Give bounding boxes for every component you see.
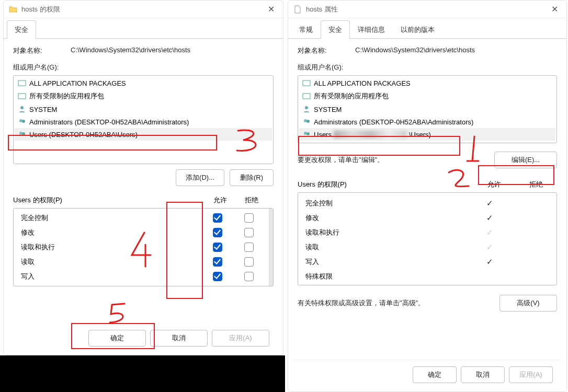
list-item[interactable]: SYSTEM bbox=[15, 103, 272, 116]
list-item-label: ALL APPLICATION PACKAGES bbox=[29, 79, 126, 87]
object-name-value: C:\Windows\System32\drivers\etc\hosts bbox=[355, 46, 475, 55]
deny-checkbox[interactable] bbox=[244, 228, 254, 237]
list-item[interactable]: ALL APPLICATION PACKAGES bbox=[299, 77, 555, 89]
list-item-label: Users (DESKTOP-0H52ABA\Users) bbox=[29, 131, 138, 139]
perm-name: 修改 bbox=[302, 213, 469, 223]
close-icon[interactable]: ✕ bbox=[548, 4, 561, 14]
perm-row: 完全控制✓ bbox=[302, 196, 552, 211]
list-item[interactable]: Administrators (DESKTOP-0H52ABA\Administ… bbox=[299, 116, 555, 128]
list-item-label: Usersxxxx\Users) bbox=[314, 131, 431, 139]
list-item[interactable]: Administrators (DESKTOP-0H52ABA\Administ… bbox=[15, 116, 272, 128]
black-strip bbox=[0, 355, 285, 392]
allow-checkbox[interactable] bbox=[213, 272, 222, 281]
group-users-label: 组或用户名(G): bbox=[298, 63, 557, 72]
principals-listbox[interactable]: ALL APPLICATION PACKAGES 所有受限制的应用程序包 SYS… bbox=[13, 75, 274, 164]
package-icon bbox=[18, 92, 26, 100]
group-icon bbox=[18, 118, 26, 126]
apply-button[interactable]: 应用(A) bbox=[212, 330, 269, 347]
perm-title: Users 的权限(P) bbox=[298, 180, 473, 189]
list-item-users[interactable]: Usersxxxx\Users) bbox=[299, 128, 555, 141]
user-icon bbox=[302, 105, 311, 113]
tab-security[interactable]: 安全 bbox=[7, 20, 36, 39]
allow-mark: ✓ bbox=[486, 199, 493, 207]
tab-general[interactable]: 常规 bbox=[291, 20, 321, 39]
svg-point-4 bbox=[22, 120, 25, 123]
svg-point-9 bbox=[305, 106, 308, 109]
permissions-list: 完全控制✓修改✓读取和执行✓读取✓写入✓特殊权限 bbox=[298, 192, 557, 285]
package-icon bbox=[302, 92, 311, 100]
svg-point-5 bbox=[19, 132, 22, 135]
list-item-users[interactable]: Users (DESKTOP-0H52ABA\Users) bbox=[15, 128, 272, 141]
list-item-label: 所有受限制的应用程序包 bbox=[29, 91, 104, 101]
allow-checkbox[interactable] bbox=[213, 228, 222, 237]
ok-button[interactable]: 确定 bbox=[88, 330, 146, 347]
group-users-label: 组或用户名(G): bbox=[13, 63, 274, 72]
tab-previous[interactable]: 以前的版本 bbox=[393, 20, 442, 39]
list-item-label: SYSTEM bbox=[314, 106, 342, 113]
remove-button[interactable]: 删除(R) bbox=[230, 169, 274, 186]
list-item-label: SYSTEM bbox=[29, 106, 57, 113]
svg-point-11 bbox=[306, 120, 310, 123]
perm-row: 写入 bbox=[18, 269, 265, 284]
deny-checkbox[interactable] bbox=[244, 243, 254, 252]
object-name-value: C:\Windows\System32\drivers\etc\hosts bbox=[71, 46, 190, 55]
group-icon bbox=[18, 130, 26, 139]
list-item[interactable]: 所有受限制的应用程序包 bbox=[299, 89, 555, 103]
perm-row: 完全控制 bbox=[18, 211, 265, 225]
deny-checkbox[interactable] bbox=[244, 272, 254, 281]
add-button[interactable]: 添加(D)... bbox=[176, 169, 224, 186]
list-item-label: 所有受限制的应用程序包 bbox=[314, 91, 389, 101]
group-icon bbox=[302, 130, 311, 139]
col-deny: 拒绝 bbox=[515, 180, 557, 189]
svg-rect-0 bbox=[18, 80, 26, 86]
perm-name: 特殊权限 bbox=[302, 272, 469, 281]
cancel-button[interactable]: 取消 bbox=[150, 330, 208, 347]
allow-mark: ✓ bbox=[486, 243, 493, 251]
perm-title: Users 的权限(P) bbox=[13, 195, 205, 205]
user-icon bbox=[18, 105, 26, 113]
permissions-dialog: hosts 的权限 ✕ 安全 对象名称: C:\Windows\System32… bbox=[3, 0, 283, 355]
perm-name: 写入 bbox=[18, 272, 202, 281]
allow-checkbox[interactable] bbox=[213, 243, 222, 252]
window-title: hosts 的权限 bbox=[21, 5, 265, 14]
perm-row: 修改✓ bbox=[302, 211, 552, 225]
deny-checkbox[interactable] bbox=[244, 257, 254, 267]
perm-row: 修改 bbox=[18, 225, 265, 240]
scrollbar[interactable] bbox=[269, 209, 273, 286]
tab-details[interactable]: 详细信息 bbox=[350, 20, 393, 39]
apply-button[interactable]: 应用(A) bbox=[509, 366, 553, 383]
window-title: hosts 属性 bbox=[306, 5, 548, 14]
tabs: 常规 安全 详细信息 以前的版本 bbox=[288, 20, 566, 39]
list-item[interactable]: SYSTEM bbox=[299, 103, 555, 116]
allow-checkbox[interactable] bbox=[213, 257, 222, 267]
perm-name: 读取和执行 bbox=[302, 228, 469, 237]
perm-name: 完全控制 bbox=[302, 199, 469, 208]
cancel-button[interactable]: 取消 bbox=[461, 366, 505, 383]
package-icon bbox=[18, 79, 26, 87]
perm-name: 读取 bbox=[18, 257, 202, 267]
principals-listbox[interactable]: ALL APPLICATION PACKAGES 所有受限制的应用程序包 SYS… bbox=[298, 75, 557, 143]
advanced-button[interactable]: 高级(V) bbox=[499, 295, 557, 312]
titlebar-right: hosts 属性 ✕ bbox=[288, 1, 566, 18]
deny-checkbox[interactable] bbox=[244, 213, 254, 223]
perm-name: 完全控制 bbox=[18, 213, 202, 223]
tab-security[interactable]: 安全 bbox=[321, 20, 350, 39]
list-item-label: ALL APPLICATION PACKAGES bbox=[314, 79, 411, 87]
edit-button[interactable]: 编辑(E)... bbox=[494, 152, 557, 168]
file-icon bbox=[293, 5, 302, 14]
list-item-label: Administrators (DESKTOP-0H52ABA\Administ… bbox=[314, 118, 473, 126]
perm-row: 读取和执行✓ bbox=[302, 225, 552, 240]
properties-dialog: hosts 属性 ✕ 常规 安全 详细信息 以前的版本 对象名称: C:\Win… bbox=[288, 0, 567, 392]
allow-mark: ✓ bbox=[486, 228, 493, 237]
ok-button[interactable]: 确定 bbox=[413, 366, 457, 383]
col-deny: 拒绝 bbox=[236, 195, 267, 205]
list-item[interactable]: 所有受限制的应用程序包 bbox=[15, 89, 272, 103]
col-allow: 允许 bbox=[473, 180, 515, 189]
allow-mark: ✓ bbox=[486, 257, 493, 266]
allow-checkbox[interactable] bbox=[213, 213, 222, 223]
folder-icon bbox=[9, 5, 17, 14]
permissions-list: 完全控制 修改 读取和执行 读取 bbox=[13, 208, 274, 286]
package-icon bbox=[302, 79, 311, 87]
close-icon[interactable]: ✕ bbox=[265, 4, 278, 14]
list-item[interactable]: ALL APPLICATION PACKAGES bbox=[15, 77, 272, 89]
